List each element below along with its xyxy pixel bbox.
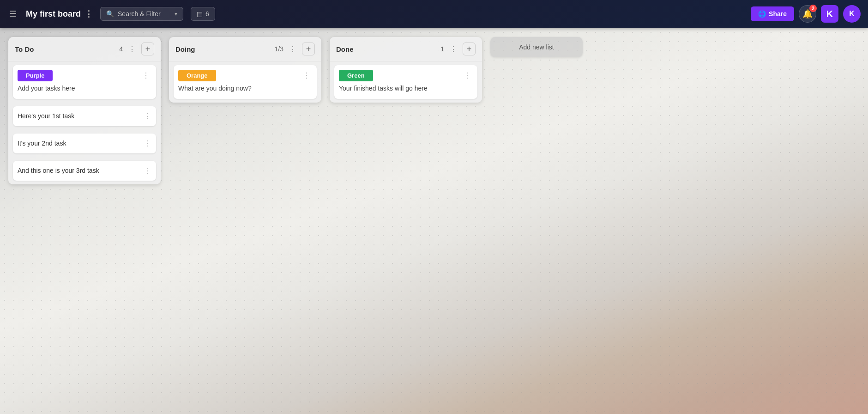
card-task1-menu-button[interactable] xyxy=(144,112,151,121)
card-orange-menu-button[interactable] xyxy=(301,70,312,81)
card-green-label-row: Green xyxy=(334,65,477,81)
card-orange-dots-icon xyxy=(303,72,310,79)
card-orange-label-row: Orange xyxy=(174,65,317,81)
card-green-label: Green xyxy=(339,70,373,81)
search-filter-button[interactable]: 🔍 Search & Filter ▾ xyxy=(100,7,183,21)
menu-icon[interactable]: ☰ xyxy=(7,7,18,21)
done-dots-icon xyxy=(450,45,457,54)
avatar-purple[interactable]: K xyxy=(821,5,838,23)
card-purple: Purple Add your tasks here xyxy=(13,65,156,99)
share-button[interactable]: 🌐 Share xyxy=(751,6,794,21)
card-green-dots-icon xyxy=(464,72,471,79)
list-doing-count: 1/3 xyxy=(275,45,283,53)
table-count-number: 6 xyxy=(205,10,209,18)
list-done: Done 1 + Green Your finished tasks will … xyxy=(330,37,482,103)
table-count-button[interactable]: ▤ 6 xyxy=(191,7,215,21)
board-title-menu-icon[interactable]: ⋮ xyxy=(84,9,93,19)
board-title-container: My first board ⋮ xyxy=(26,9,93,19)
card-orange-label: Orange xyxy=(178,70,216,81)
card-task2-menu-button[interactable] xyxy=(144,139,151,148)
card-task3: And this one is your 3rd task xyxy=(13,161,156,181)
list-todo-add-button[interactable]: + xyxy=(141,43,154,55)
add-new-list-label: Add new list xyxy=(519,43,554,51)
list-todo: To Do 4 + Purple Add your tasks here Her… xyxy=(8,37,161,184)
avatar-k-letter: K xyxy=(849,10,855,18)
board-title-text: My first board xyxy=(26,9,81,19)
card-purple-label-row: Purple xyxy=(13,65,156,81)
card-orange: Orange What are you doing now? xyxy=(174,65,317,99)
list-doing-header: Doing 1/3 + xyxy=(169,37,321,61)
list-done-header: Done 1 + xyxy=(330,37,482,61)
avatar-k[interactable]: K xyxy=(843,5,861,23)
card-task3-text: And this one is your 3rd task xyxy=(18,167,99,174)
card-task1-dots-icon xyxy=(144,112,151,120)
card-purple-label: Purple xyxy=(18,70,53,81)
card-purple-dots-icon xyxy=(142,72,150,79)
card-task3-menu-button[interactable] xyxy=(144,166,151,175)
list-todo-count: 4 xyxy=(119,45,123,53)
card-task1-text: Here's your 1st task xyxy=(18,112,74,120)
card-green-menu-button[interactable] xyxy=(462,70,473,81)
add-new-list-button[interactable]: Add new list xyxy=(490,37,583,57)
list-doing: Doing 1/3 + Orange What are you doing no… xyxy=(169,37,321,103)
card-task2: It's your 2nd task xyxy=(13,134,156,153)
topbar: ☰ My first board ⋮ 🔍 Search & Filter ▾ ▤… xyxy=(0,0,868,28)
search-dropdown-icon: ▾ xyxy=(175,11,177,17)
list-doing-title: Doing xyxy=(175,45,271,53)
notification-badge: 2 xyxy=(809,5,817,12)
table-icon: ▤ xyxy=(197,10,203,18)
list-done-title: Done xyxy=(336,45,437,53)
card-task2-text: It's your 2nd task xyxy=(18,140,66,147)
card-purple-text: Add your tasks here xyxy=(13,81,156,99)
avatar-purple-letter: K xyxy=(826,9,833,19)
topbar-right: 🌐 Share 🔔 2 K K xyxy=(751,5,861,23)
card-task3-dots-icon xyxy=(144,167,151,175)
list-doing-add-button[interactable]: + xyxy=(302,43,315,55)
globe-icon: 🌐 xyxy=(758,10,766,18)
doing-dots-icon xyxy=(289,45,296,54)
search-filter-label: Search & Filter xyxy=(118,10,161,18)
list-todo-menu-button[interactable] xyxy=(127,44,138,55)
card-purple-menu-button[interactable] xyxy=(140,70,151,81)
search-icon: 🔍 xyxy=(106,10,114,18)
card-task1: Here's your 1st task xyxy=(13,106,156,126)
card-task2-dots-icon xyxy=(144,140,151,147)
list-todo-title: To Do xyxy=(15,45,115,53)
list-done-count: 1 xyxy=(440,45,444,53)
card-green-text: Your finished tasks will go here xyxy=(334,81,477,99)
list-todo-header: To Do 4 + xyxy=(8,37,161,61)
list-doing-menu-button[interactable] xyxy=(287,44,298,55)
list-done-menu-button[interactable] xyxy=(448,44,459,55)
list-done-add-button[interactable]: + xyxy=(463,43,476,55)
board-area: To Do 4 + Purple Add your tasks here Her… xyxy=(0,28,868,414)
todo-dots-icon xyxy=(128,45,136,54)
share-label: Share xyxy=(769,10,787,18)
notification-button[interactable]: 🔔 2 xyxy=(799,5,816,23)
card-green: Green Your finished tasks will go here xyxy=(334,65,477,99)
card-orange-text: What are you doing now? xyxy=(174,81,317,99)
